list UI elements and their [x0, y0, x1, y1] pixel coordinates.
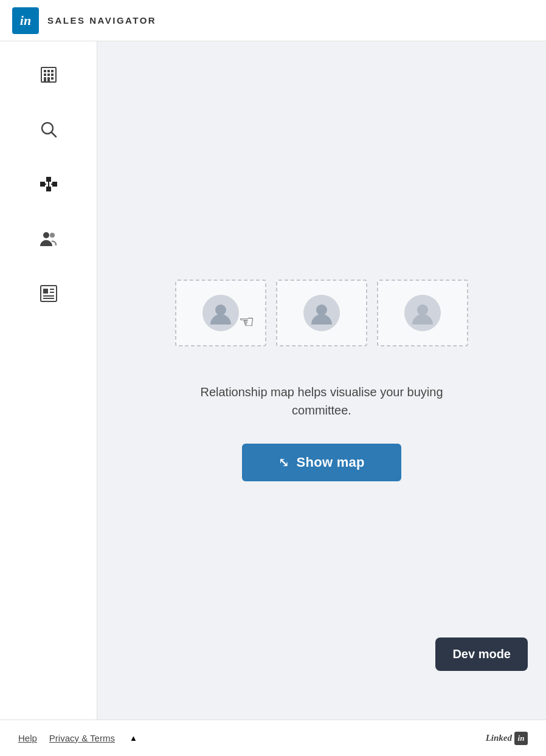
main-content: ☜ — [97, 41, 546, 720]
svg-point-19 — [43, 232, 49, 238]
svg-point-28 — [316, 304, 327, 315]
svg-rect-13 — [46, 177, 51, 182]
person-card-1[interactable]: ☜ — [175, 280, 266, 346]
svg-point-27 — [215, 304, 226, 315]
footer: Help Privacy & Terms ▲ Linked in — [0, 720, 546, 756]
person-silhouette-3 — [410, 300, 435, 326]
svg-point-20 — [50, 233, 55, 238]
person-cards-row: ☜ — [175, 280, 468, 346]
person-card-3[interactable] — [377, 280, 468, 346]
sidebar-item-search[interactable] — [33, 114, 64, 145]
svg-rect-14 — [46, 187, 51, 191]
svg-rect-15 — [52, 182, 57, 187]
svg-rect-2 — [47, 70, 50, 72]
svg-rect-4 — [44, 74, 46, 76]
svg-line-11 — [52, 132, 56, 137]
description-text: Relationship map helps visualise your bu… — [170, 383, 474, 419]
svg-rect-21 — [41, 286, 57, 301]
svg-rect-8 — [47, 77, 50, 82]
linkedin-footer-logo: in — [514, 732, 528, 745]
svg-rect-6 — [51, 74, 54, 76]
chevron-up-icon: ▲ — [130, 734, 137, 743]
dev-mode-button[interactable]: Dev mode — [435, 637, 528, 671]
svg-rect-22 — [43, 289, 48, 294]
svg-rect-9 — [51, 77, 54, 80]
person-silhouette-2 — [309, 300, 334, 326]
avatar-3 — [404, 295, 441, 331]
sidebar-item-building[interactable] — [33, 60, 64, 90]
main-layout: ☜ — [0, 41, 546, 720]
show-map-button[interactable]: ⤡ Show map — [242, 444, 401, 481]
avatar-2 — [303, 295, 340, 331]
building-icon — [39, 65, 58, 84]
svg-rect-12 — [40, 182, 45, 187]
footer-right: Linked in — [486, 732, 528, 745]
svg-rect-7 — [44, 77, 46, 82]
linkedin-logo: in — [12, 7, 39, 34]
svg-rect-1 — [44, 70, 46, 72]
person-silhouette-1 — [208, 300, 233, 326]
header: in SALES NAVIGATOR — [0, 0, 546, 41]
footer-left: Help Privacy & Terms ▲ — [18, 733, 137, 743]
svg-point-29 — [417, 304, 428, 315]
sidebar-item-people[interactable] — [33, 224, 64, 254]
hand-cursor-icon: ☜ — [239, 312, 254, 332]
help-link[interactable]: Help — [18, 733, 37, 743]
people-icon — [39, 229, 58, 249]
search-icon — [39, 120, 58, 139]
app-title: SALES NAVIGATOR — [47, 15, 156, 26]
expand-icon: ⤡ — [278, 455, 289, 470]
network-icon — [39, 174, 58, 194]
sidebar-item-network[interactable] — [33, 169, 64, 199]
sidebar — [0, 41, 97, 720]
privacy-link[interactable]: Privacy & Terms — [49, 733, 115, 743]
news-icon — [39, 284, 58, 303]
sidebar-item-news[interactable] — [33, 278, 64, 309]
svg-rect-5 — [47, 74, 50, 76]
avatar-1 — [202, 295, 239, 331]
svg-rect-3 — [51, 70, 54, 72]
person-card-2[interactable] — [276, 280, 367, 346]
